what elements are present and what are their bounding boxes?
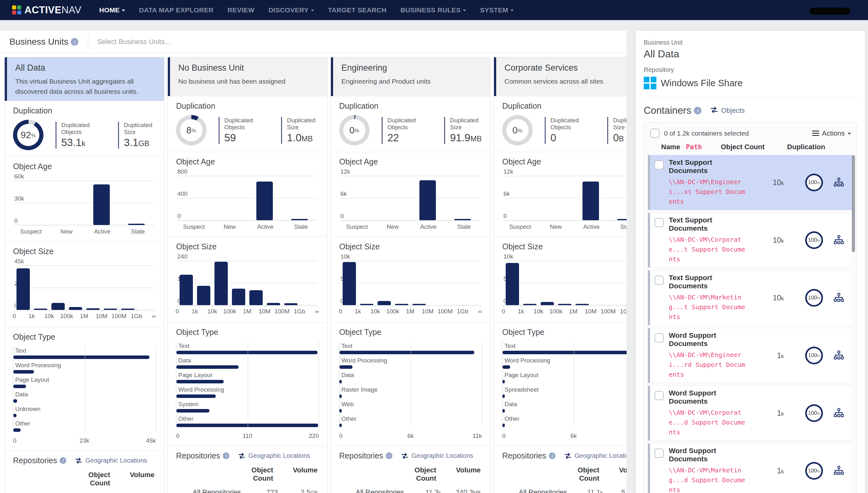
card-header[interactable]: No Business UnitNo business unit has bee… <box>168 57 327 96</box>
row-checkbox[interactable] <box>654 218 664 227</box>
section-title: Object Size <box>339 242 482 251</box>
card-header[interactable]: EngineeringEngineering and Product units <box>331 57 490 96</box>
swap-arrows-icon <box>401 452 409 460</box>
bar-chart: 12k6k0SuspectNewActiveStale <box>502 176 627 230</box>
container-row[interactable]: Text Support Documents\\AN-DC-VM\Enginee… <box>648 155 853 210</box>
sitemap-icon[interactable] <box>828 466 850 476</box>
repo-row-all-repositories[interactable]: All Repositories7232.5GB <box>176 486 319 493</box>
container-name: Text Support Documents <box>669 274 746 290</box>
info-icon[interactable]: i <box>386 452 392 459</box>
bar <box>176 409 209 412</box>
geographic-locations-link[interactable]: Geographic Locations <box>75 457 147 465</box>
column-path[interactable]: Path <box>686 143 709 151</box>
object-type-section: Object TypeTextWord ProcessingPage Layou… <box>5 327 164 451</box>
axis-label: Active <box>573 223 609 230</box>
bar <box>503 351 627 354</box>
bar <box>176 365 239 369</box>
repo-name: All Repositories <box>519 488 567 493</box>
container-row[interactable]: Word Support Documents\\AN-DC-VM\Marketi… <box>648 443 853 493</box>
column-duplication[interactable]: Duplication <box>776 143 836 151</box>
nav-item-discovery[interactable]: DISCOVERY <box>268 6 314 14</box>
axis-label: 110 <box>243 432 252 440</box>
info-icon[interactable]: i <box>694 107 702 114</box>
column-name[interactable]: Name <box>661 143 680 151</box>
chevron-down-icon <box>463 9 466 12</box>
bar <box>232 288 245 305</box>
sitemap-icon[interactable] <box>828 408 850 419</box>
repo-volume: 240.3MB <box>441 488 481 493</box>
select-business-units-input[interactable]: Select Business Units... <box>97 38 170 46</box>
repo-row-all-repositories[interactable]: All Repositories57.9k8.9GB <box>13 491 156 493</box>
activenav-logo[interactable]: ACTIVENAV <box>12 4 82 16</box>
bu-card-all-data[interactable]: All DataThis virtual Business Unit aggre… <box>4 57 164 493</box>
bar <box>256 181 273 220</box>
card-header[interactable]: Corporate ServicesCommon services across… <box>494 57 627 96</box>
section-title: Duplication <box>339 101 482 111</box>
container-row[interactable]: Text Support Documents\\AN-DC-VM\Corpora… <box>648 213 853 268</box>
object-size-section: Object Size45k23k001k10k100k1M10M100M1Gb… <box>5 241 164 327</box>
nav-item-system[interactable]: SYSTEM <box>480 6 513 14</box>
objects-link[interactable]: Objects <box>710 106 745 115</box>
container-row[interactable]: Word Support Documents\\AN-DC-VM\Corpora… <box>648 386 853 441</box>
nav-item-business-rules[interactable]: BUSINESS RULES <box>400 6 466 14</box>
actions-button[interactable]: Actions <box>812 129 851 137</box>
geographic-locations-link[interactable]: Geographic Locations <box>238 452 310 460</box>
axis-label: Active <box>410 223 446 230</box>
bu-card-no-business-unit[interactable]: No Business UnitNo business unit has bee… <box>167 57 327 493</box>
container-object-count: 10k <box>746 178 784 187</box>
info-icon[interactable]: i <box>223 452 229 459</box>
select-all-checkbox[interactable] <box>650 129 660 138</box>
row-checkbox[interactable] <box>654 449 664 458</box>
repo-row-all-repositories[interactable]: All Repositories11.3k240.3MB <box>339 486 482 493</box>
section-title: Object Size <box>502 242 627 251</box>
info-icon[interactable]: i <box>60 457 66 464</box>
repo-column-headers: Object CountVolume <box>13 470 156 491</box>
page-title: Business Units <box>9 37 68 47</box>
sitemap-icon[interactable] <box>828 177 850 188</box>
repositories-section: RepositoriesiGeographic LocationsObject … <box>168 446 327 493</box>
geographic-locations-link[interactable]: Geographic Locations <box>564 452 627 460</box>
card-title: Corporate Services <box>504 63 627 73</box>
row-checkbox[interactable] <box>654 160 664 170</box>
column-volume: Volume <box>436 466 481 483</box>
duplicated-size: Duplicated Size1.0MB <box>281 117 319 144</box>
axis-label: Stale <box>609 223 627 230</box>
swap-arrows-icon <box>238 452 246 460</box>
duplication-section: Duplication0%Duplicated Objects22Duplica… <box>331 96 490 152</box>
column-object-count[interactable]: Object Count <box>709 143 776 151</box>
object-type-section: Object TypeTextWord ProcessingDataRaster… <box>331 322 490 446</box>
sitemap-icon[interactable] <box>828 293 850 303</box>
selection-count: 0 of 1.2k containers selected <box>664 130 812 137</box>
section-title: Repositories <box>502 451 546 460</box>
axis-label: Active <box>84 228 120 235</box>
info-icon[interactable]: i <box>549 452 556 459</box>
info-icon[interactable]: i <box>71 38 78 46</box>
axis-label: ∞ <box>478 308 482 315</box>
row-checkbox[interactable] <box>654 276 664 285</box>
nav-item-target-search[interactable]: TARGET SEARCH <box>328 6 386 14</box>
repo-row-all-repositories[interactable]: All Repositories11.1k5 <box>502 486 627 493</box>
row-checkbox[interactable] <box>654 391 664 400</box>
column-volume: Volume <box>110 471 155 487</box>
swap-arrows-icon <box>564 452 572 460</box>
sitemap-icon[interactable] <box>828 350 850 361</box>
card-header[interactable]: All DataThis virtual Business Unit aggre… <box>5 57 164 101</box>
container-row[interactable]: Word Support Documents\\AN-DC-VM\Enginee… <box>648 328 853 383</box>
geographic-locations-link[interactable]: Geographic Locations <box>401 452 473 460</box>
nav-item-data-map-explorer[interactable]: DATA MAP EXPLORER <box>139 6 214 14</box>
bu-card-corporate-services[interactable]: Corporate ServicesCommon services across… <box>493 57 627 493</box>
axis-label: Active <box>247 223 283 230</box>
container-row[interactable]: Text Support Documents\\AN-DC-VM\Marketi… <box>648 270 853 325</box>
axis-label: 100k <box>223 308 236 315</box>
nav-item-review[interactable]: REVIEW <box>227 6 255 14</box>
nav-item-home[interactable]: HOME <box>99 6 125 14</box>
bu-card-engineering[interactable]: EngineeringEngineering and Product units… <box>330 57 490 493</box>
section-title: Object Age <box>502 157 627 166</box>
object-age-section: Object Age60k30k0SuspectNewActiveStale <box>5 156 164 241</box>
sitemap-icon[interactable] <box>828 235 850 245</box>
axis-label: 45k <box>146 437 156 444</box>
bar <box>340 394 342 398</box>
vertical-scrollbar-thumb[interactable] <box>852 155 855 252</box>
bar-chart: 8004000SuspectNewActiveStale <box>176 176 319 230</box>
row-checkbox[interactable] <box>654 333 664 343</box>
